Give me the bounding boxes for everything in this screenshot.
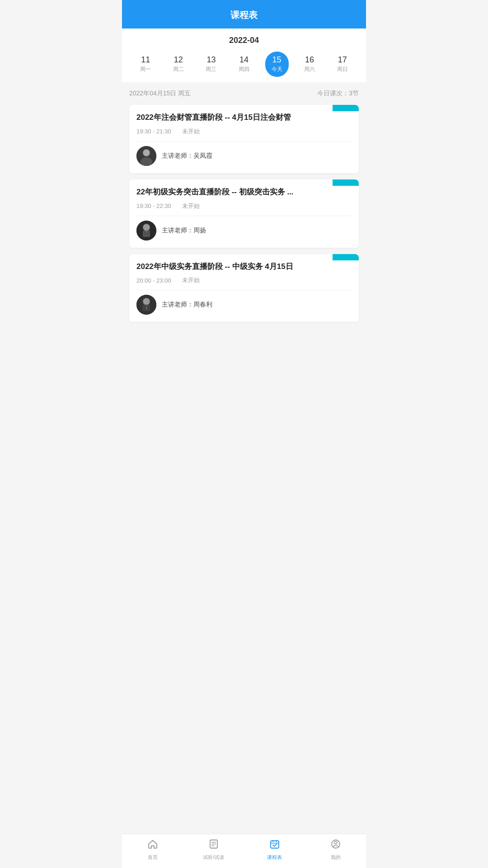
header-title: 课程表 bbox=[230, 10, 258, 20]
course-card-2[interactable]: 直播课 22年初级实务突击直播阶段 -- 初级突击实务 ... 19:30 - … bbox=[129, 179, 359, 248]
course-time-1: 19:30 - 21:30 bbox=[136, 128, 171, 135]
today-label: 今天 bbox=[272, 66, 282, 73]
svg-rect-15 bbox=[145, 305, 147, 309]
day-item-11[interactable]: 11 周一 bbox=[134, 52, 157, 77]
date-info-left: 2022年04月15日 周五 bbox=[129, 90, 191, 98]
course-divider-1 bbox=[136, 141, 352, 142]
svg-point-3 bbox=[143, 150, 150, 156]
teacher-name-3: 主讲老师：周春利 bbox=[162, 301, 212, 309]
week-row: 11 周一 12 周二 13 周三 14 周四 15 今天 16 周六 17 bbox=[129, 52, 359, 82]
course-meta-3: 20:00 - 23:00 未开始 bbox=[136, 276, 352, 284]
date-info-row: 2022年04月15日 周五 今日课次：3节 bbox=[129, 88, 359, 99]
teacher-name-2: 主讲老师：周扬 bbox=[162, 226, 206, 235]
teacher-avatar-3 bbox=[136, 295, 156, 315]
content-area: 2022年04月15日 周五 今日课次：3节 直播课 2022年注会财管直播阶段… bbox=[122, 82, 366, 370]
course-status-1: 未开始 bbox=[182, 127, 200, 136]
day-item-15[interactable]: 15 今天 bbox=[265, 52, 289, 77]
course-card-3[interactable]: 直播课 2022年中级实务直播阶段 -- 中级实务 4月15日 20:00 - … bbox=[129, 254, 359, 322]
day-week-13: 周三 bbox=[206, 66, 216, 73]
teacher-name-1: 主讲老师：吴凤霞 bbox=[162, 152, 212, 160]
month-label: 2022-04 bbox=[129, 36, 359, 45]
svg-point-13 bbox=[143, 298, 150, 305]
teacher-row-3: 主讲老师：周春利 bbox=[136, 295, 352, 315]
day-number-17: 17 bbox=[338, 55, 347, 65]
day-number-14: 14 bbox=[239, 55, 249, 65]
course-title-3: 2022年中级实务直播阶段 -- 中级实务 4月15日 bbox=[136, 261, 352, 272]
course-status-3: 未开始 bbox=[182, 276, 200, 284]
day-number-16: 16 bbox=[305, 55, 314, 65]
day-number-15: 15 bbox=[272, 55, 282, 65]
day-number-11: 11 bbox=[141, 55, 150, 65]
svg-point-7 bbox=[143, 224, 150, 231]
course-meta-2: 19:30 - 22:30 未开始 bbox=[136, 202, 352, 210]
calendar-section: 2022-04 11 周一 12 周二 13 周三 14 周四 15 今天 16 bbox=[122, 28, 366, 82]
day-week-11: 周一 bbox=[140, 66, 151, 73]
course-meta-1: 19:30 - 21:30 未开始 bbox=[136, 127, 352, 136]
day-week-14: 周四 bbox=[239, 66, 249, 73]
day-item-13[interactable]: 13 周三 bbox=[199, 52, 223, 77]
day-number-13: 13 bbox=[206, 55, 216, 65]
course-title-1: 2022年注会财管直播阶段 -- 4月15日注会财管 bbox=[136, 112, 352, 123]
teacher-row-1: 主讲老师：吴凤霞 bbox=[136, 146, 352, 166]
course-time-2: 19:30 - 22:30 bbox=[136, 203, 171, 209]
course-divider-3 bbox=[136, 290, 352, 290]
day-number-12: 12 bbox=[174, 55, 183, 65]
day-week-12: 周二 bbox=[173, 66, 184, 73]
course-card-1[interactable]: 直播课 2022年注会财管直播阶段 -- 4月15日注会财管 19:30 - 2… bbox=[129, 105, 359, 173]
day-item-14[interactable]: 14 周四 bbox=[232, 52, 256, 77]
course-badge-2: 直播课 bbox=[333, 179, 359, 186]
course-time-3: 20:00 - 23:00 bbox=[136, 277, 171, 284]
app-header: 课程表 bbox=[122, 0, 366, 28]
day-week-17: 周日 bbox=[337, 66, 348, 73]
course-badge-1: 直播课 bbox=[333, 105, 359, 111]
date-info-right: 今日课次：3节 bbox=[317, 90, 359, 98]
teacher-avatar-1 bbox=[136, 146, 156, 166]
course-status-2: 未开始 bbox=[182, 202, 200, 210]
course-badge-3: 直播课 bbox=[333, 254, 359, 260]
teacher-row-2: 主讲老师：周扬 bbox=[136, 221, 352, 241]
teacher-avatar-2 bbox=[136, 221, 156, 241]
course-divider-2 bbox=[136, 216, 352, 216]
day-item-16[interactable]: 16 周六 bbox=[298, 52, 321, 77]
day-week-16: 周六 bbox=[304, 66, 315, 73]
day-item-17[interactable]: 17 周日 bbox=[331, 52, 354, 77]
day-item-12[interactable]: 12 周二 bbox=[167, 52, 190, 77]
course-title-2: 22年初级实务突击直播阶段 -- 初级突击实务 ... bbox=[136, 187, 352, 198]
